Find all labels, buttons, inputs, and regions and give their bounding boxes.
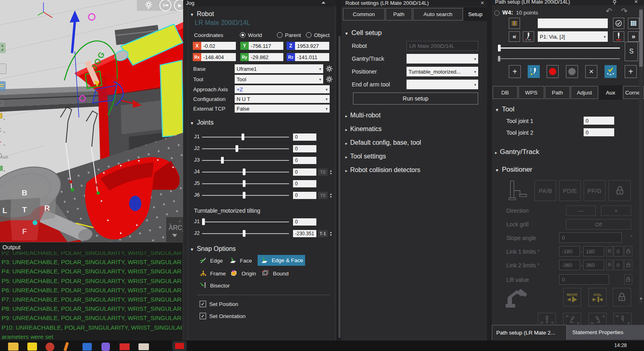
taskbar-clock[interactable]: 14:28 bbox=[614, 343, 627, 348]
joint-value-input[interactable]: -230.351 bbox=[293, 230, 316, 237]
snap-frame-label[interactable]: Frame bbox=[210, 271, 226, 277]
tool-joint1-input[interactable]: 0 bbox=[584, 117, 614, 125]
apply-button[interactable] bbox=[613, 18, 624, 29]
radio-world[interactable] bbox=[240, 32, 246, 38]
set-orientation-checkbox[interactable]: ✓ bbox=[200, 313, 206, 319]
section-default-config[interactable]: ▸Default config, base, tool bbox=[345, 139, 421, 146]
doc-tab-statement-properties[interactable]: Statement Properties bbox=[567, 325, 644, 340]
positioner-mode-pde-button[interactable]: PD/E bbox=[559, 180, 581, 201]
z-coordinate-input[interactable]: 1953.927 bbox=[295, 42, 329, 50]
positioner-mode-pab-button[interactable]: PA/B bbox=[535, 180, 556, 201]
wb-torch-button-4[interactable]: W B bbox=[613, 313, 632, 326]
jog-collapse-icon[interactable]: ▲ bbox=[320, 0, 326, 4]
tool-gear-icon[interactable] bbox=[326, 76, 333, 83]
scrollbar-thumb[interactable] bbox=[639, 10, 643, 67]
waypoint-name-input[interactable] bbox=[538, 18, 608, 28]
joint-value-input[interactable]: 0 bbox=[293, 157, 316, 164]
snap-options-header[interactable]: ▼Snap Options bbox=[190, 245, 236, 252]
taskbar-active-app-highlight[interactable] bbox=[172, 341, 187, 351]
joint-slider-thumb[interactable] bbox=[243, 192, 246, 199]
set-orientation-label[interactable]: Set Orientation bbox=[209, 313, 246, 319]
path-setup-titlebar[interactable]: Path setup (LR Mate 200iD/14L) × bbox=[492, 0, 644, 5]
tab-common[interactable]: Common bbox=[343, 8, 385, 21]
radio-parent[interactable] bbox=[277, 32, 283, 38]
insert-point-button[interactable] bbox=[528, 65, 540, 78]
positioner-lock2-button[interactable] bbox=[613, 288, 631, 306]
positioner-lock-button[interactable] bbox=[609, 180, 631, 201]
tool-section-header[interactable]: ▼Tool bbox=[495, 105, 514, 113]
record-disabled-button[interactable] bbox=[566, 65, 578, 78]
taskbar-pen-icon[interactable] bbox=[64, 342, 69, 351]
cell-setup-header[interactable]: ▼Cell setup bbox=[345, 29, 382, 37]
rz-coordinate-input[interactable]: -141.011 bbox=[295, 53, 329, 61]
joint-slider[interactable] bbox=[202, 233, 289, 234]
link1-max-input[interactable]: 180 bbox=[583, 246, 604, 257]
joint-slider[interactable] bbox=[202, 222, 289, 222]
redo-icon[interactable]: ↷ bbox=[621, 6, 627, 16]
snap-origin-label[interactable]: Origin bbox=[242, 271, 256, 277]
path-speed-slider-thumb[interactable] bbox=[498, 56, 500, 62]
snap-face-label[interactable]: Face bbox=[240, 258, 252, 264]
scrollbar-down-icon[interactable]: ▼ bbox=[639, 297, 643, 301]
direction-plus-button[interactable]: + bbox=[601, 205, 631, 216]
tab-aux[interactable]: Aux bbox=[599, 85, 622, 100]
snap-edge-face-button[interactable]: Edge & Face bbox=[258, 255, 305, 266]
joint-slider[interactable] bbox=[202, 148, 289, 149]
path-speed-slider[interactable] bbox=[499, 58, 620, 59]
waypoint-radio[interactable] bbox=[494, 10, 500, 16]
snap-bound-label[interactable]: Bound bbox=[273, 271, 289, 277]
tab-setup[interactable]: Setup bbox=[464, 7, 487, 21]
close-icon[interactable]: × bbox=[634, 0, 638, 5]
base-gear-icon[interactable] bbox=[326, 65, 333, 72]
tab-wps[interactable]: WPS bbox=[518, 86, 544, 99]
link2-lock-button[interactable] bbox=[624, 260, 632, 270]
joint-slider-thumb[interactable] bbox=[221, 157, 224, 164]
lift-value-input[interactable]: 0 bbox=[559, 274, 609, 285]
shaded-box-icon[interactable] bbox=[0, 112, 6, 121]
joint-value-input[interactable]: 0 bbox=[293, 192, 316, 199]
record-button[interactable] bbox=[547, 65, 559, 78]
rx-coordinate-input[interactable]: -148.404 bbox=[201, 53, 236, 61]
go-to-point-button[interactable] bbox=[523, 31, 534, 42]
panel-splitter[interactable] bbox=[339, 36, 341, 338]
section-tool-settings[interactable]: ▸Tool settings bbox=[345, 153, 386, 160]
snap-frame-icon[interactable] bbox=[200, 269, 207, 277]
link1-min-input[interactable]: -180 bbox=[559, 246, 580, 257]
direction-minus-button[interactable]: — bbox=[566, 205, 596, 216]
jog-panel-titlebar[interactable]: Jog ▲ bbox=[183, 0, 336, 6]
base-dropdown[interactable]: Uframe1▾ bbox=[235, 64, 323, 73]
link2-min-input[interactable]: -360 bbox=[559, 260, 580, 270]
move-button[interactable]: MOVE ◀▐▶ bbox=[563, 288, 581, 306]
tab-path2[interactable]: Path bbox=[545, 86, 570, 99]
link2-reset-button[interactable]: R bbox=[606, 260, 613, 270]
snap-bisector-icon[interactable] bbox=[200, 281, 207, 289]
tab-path[interactable]: Path bbox=[386, 8, 412, 21]
zoom-window-icon[interactable] bbox=[0, 64, 6, 74]
gantry-section-header[interactable]: ▸Gantry/Track bbox=[495, 148, 539, 156]
set-position-checkbox[interactable]: ✓ bbox=[200, 301, 206, 307]
joint-turn-spinner[interactable]: ▲▼ bbox=[328, 168, 333, 176]
joint-turn-spinner[interactable]: ▲▼ bbox=[328, 192, 333, 199]
taskbar-purple-app-icon[interactable] bbox=[101, 343, 110, 351]
radio-object-label[interactable]: Object bbox=[314, 32, 330, 38]
joint-value-input[interactable]: 0 bbox=[293, 145, 316, 152]
slope-angle-input[interactable]: 0 bbox=[559, 232, 622, 243]
arc-menu-button[interactable]: ARC bbox=[166, 217, 183, 242]
joint-value-input[interactable]: 0 bbox=[293, 133, 316, 141]
set-position-label[interactable]: Set Position bbox=[209, 301, 238, 307]
lift-lock-button[interactable] bbox=[624, 274, 632, 285]
radio-object[interactable] bbox=[306, 32, 312, 38]
joint-value-input[interactable]: 0 bbox=[293, 168, 316, 176]
taskbar-notes-icon[interactable] bbox=[27, 343, 37, 351]
joint-slider-thumb[interactable] bbox=[243, 180, 246, 187]
positioner-section-header[interactable]: ▼Positioner bbox=[495, 166, 533, 174]
link2-max-input[interactable]: 360 bbox=[583, 260, 604, 270]
joint-slider-thumb[interactable] bbox=[243, 230, 246, 237]
snap-edge-label[interactable]: Edge bbox=[210, 258, 223, 264]
link1-extra-input[interactable]: 0 bbox=[614, 246, 623, 257]
output-log[interactable]: P2: UNREACHABLE, POLAR_SINGULARITY, WRIS… bbox=[2, 251, 182, 341]
external-tcp-dropdown[interactable]: False▾ bbox=[235, 105, 330, 113]
cell-eoat-dropdown[interactable]: ▾ bbox=[407, 80, 478, 89]
close-icon[interactable]: × bbox=[481, 0, 484, 6]
section-collision-detectors[interactable]: ▸Robot collision detectors bbox=[345, 166, 420, 174]
